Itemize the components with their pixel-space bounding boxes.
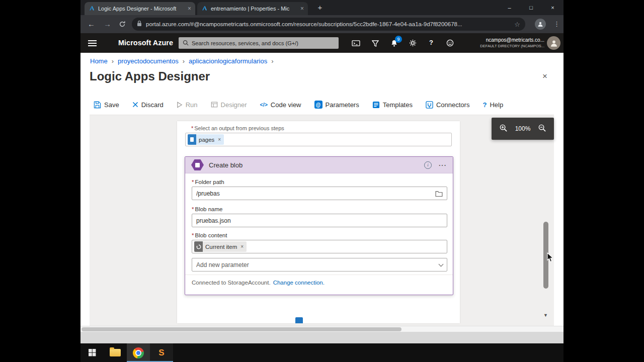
new-tab-button[interactable]: + [315,3,325,13]
folder-path-input[interactable] [196,190,432,197]
designer-canvas: *Select an output from previous steps pa… [90,115,554,326]
file-explorer-button[interactable] [104,343,127,362]
forward-icon[interactable]: → [104,20,111,28]
connectors-icon [426,101,433,109]
token-remove-icon[interactable]: × [218,137,221,142]
connection-status: Connected to StorageAccount. [192,280,271,286]
folder-picker-icon[interactable] [435,191,443,197]
scroll-down-icon[interactable]: ▼ [543,313,548,318]
url-bar[interactable]: portal.azure.com/#@ncamposmetricarts.onm… [132,18,525,31]
zoom-in-icon[interactable] [499,124,508,134]
window-close-button[interactable]: × [542,0,564,15]
info-icon[interactable]: i [424,161,432,169]
breadcrumb-home[interactable]: Home [90,57,108,65]
close-blade-icon[interactable]: × [542,71,547,81]
account-info[interactable]: ncampos@metricarts.co... DEFAULT DIRECTO… [480,37,544,48]
token-remove-icon[interactable]: × [240,244,244,249]
run-button[interactable]: Run [177,101,198,109]
account-email: ncampos@metricarts.co... [480,37,544,43]
cloud-shell-icon[interactable] [352,40,360,49]
azure-search-box[interactable] [179,37,339,49]
blob-name-label: *Blob name [192,206,222,212]
tab-title: Logic Apps Designer - Microsoft [98,6,185,12]
help-button[interactable]: ? Help [482,101,503,109]
back-icon[interactable]: ← [88,20,95,28]
parameters-icon: @ [314,101,323,109]
settings-gear-icon[interactable] [409,39,417,49]
window-minimize-button[interactable]: – [499,0,520,15]
create-blob-header[interactable]: Create blob i ··· [185,157,453,173]
folder-path-label: *Folder path [192,179,224,185]
discard-x-icon [132,102,138,108]
designer-button[interactable]: Designer [211,101,247,109]
feedback-smiley-icon[interactable] [446,39,454,49]
chrome-taskbar-button[interactable] [127,343,150,362]
window-controls: – □ × [499,0,564,15]
zoom-out-icon[interactable] [538,124,546,134]
browser-menu-icon[interactable]: ⋮ [553,20,560,28]
current-item-token[interactable]: Current item × [194,241,247,252]
azure-brand[interactable]: Microsoft Azure [118,33,173,53]
tab-close-icon[interactable]: × [188,5,191,12]
code-view-button[interactable]: </> Code view [260,101,301,109]
discard-button[interactable]: Discard [132,101,164,109]
card-menu-ellipsis-icon[interactable]: ··· [439,161,447,169]
browser-tab-bar: Logic Apps Designer - Microsoft × entren… [80,0,564,15]
zoom-controls: 100% [492,118,554,140]
pages-token[interactable]: pages × [188,134,224,145]
breadcrumb-separator: › [112,57,114,65]
browser-profile-avatar[interactable] [535,19,546,30]
azure-favicon [201,5,208,13]
tab-logic-apps-designer[interactable]: Logic Apps Designer - Microsoft × [85,2,195,15]
blob-content-label: *Blob content [192,232,227,238]
output-step-input[interactable]: pages × [185,133,452,146]
hamburger-menu-icon[interactable] [88,40,97,48]
start-button[interactable] [80,343,104,362]
blob-connector-icon [191,159,204,170]
notification-badge: 9 [395,36,402,43]
save-button[interactable]: Save [94,101,119,109]
connectors-button[interactable]: Connectors [426,101,469,109]
horizontal-scrollbar-thumb[interactable] [82,327,401,331]
folder-path-field[interactable] [192,187,447,200]
run-play-icon [177,102,183,108]
windows-taskbar: S [80,343,564,362]
save-icon [94,101,101,109]
connection-row: Connected to StorageAccount. Change conn… [185,275,453,290]
windows-logo-icon [89,349,96,356]
add-parameter-input[interactable] [196,261,439,268]
account-avatar[interactable] [547,36,560,50]
bookmark-star-icon[interactable]: ☆ [514,21,520,28]
templates-button[interactable]: Templates [372,101,413,109]
required-marker: * [192,179,194,185]
create-blob-title: Create blob [209,161,419,169]
tab-close-icon[interactable]: × [300,5,304,12]
search-icon [183,39,189,48]
page-title: Logic Apps Designer [90,69,210,83]
azure-favicon [89,5,95,13]
breadcrumb-aplicacionlogicaformularios[interactable]: aplicacionlogicaformularios [189,57,267,65]
current-item-token-icon [194,241,203,252]
url-text[interactable]: portal.azure.com/#@ncamposmetricarts.onm… [146,21,510,27]
window-maximize-button[interactable]: □ [520,0,542,15]
reload-icon[interactable] [119,21,126,29]
command-bar: Save Discard Run Designer </> Code view … [94,100,503,110]
blob-content-field[interactable]: Current item × [192,240,447,253]
sublime-taskbar-button[interactable]: S [150,343,173,362]
blob-name-input[interactable] [196,217,443,224]
search-input[interactable] [192,40,335,46]
breadcrumb-proyectodocumentos[interactable]: proyectodocumentos [118,57,179,65]
help-icon[interactable]: ? [429,39,433,46]
breadcrumb-separator: › [271,57,273,65]
change-connection-link[interactable]: Change connection. [273,280,325,286]
horizontal-scrollbar[interactable] [80,326,564,332]
directory-filter-icon[interactable] [372,40,379,49]
browser-window: Logic Apps Designer - Microsoft × entren… [80,0,564,362]
blob-name-field[interactable] [192,214,447,227]
add-action-icon[interactable] [295,317,303,323]
tab-entrenamiento-properties[interactable]: entrenamiento | Properties - Mic × [197,2,308,15]
help-question-icon: ? [482,101,487,109]
add-new-parameter-dropdown[interactable] [192,258,447,272]
create-blob-card[interactable]: Create blob i ··· *Folder path *Blob nam… [185,156,453,295]
parameters-button[interactable]: @ Parameters [314,101,359,109]
